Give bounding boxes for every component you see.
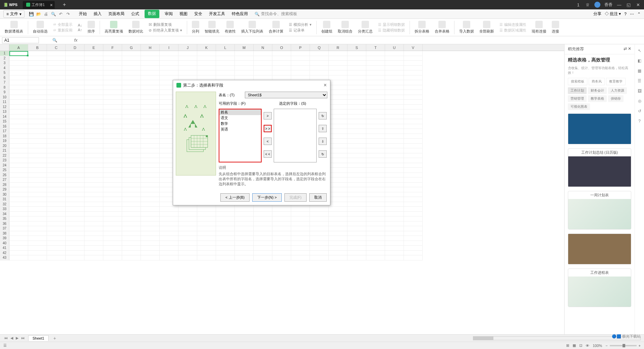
cell[interactable] [9,139,28,144]
cell[interactable] [66,226,85,231]
cell[interactable] [404,66,423,71]
cell[interactable] [66,202,85,207]
cell[interactable] [122,70,141,76]
cell[interactable] [366,109,385,114]
cell[interactable] [122,246,141,251]
cell[interactable] [122,153,141,158]
cell[interactable] [329,158,347,163]
cell[interactable] [310,241,329,246]
cell[interactable] [291,207,310,212]
cell[interactable] [141,212,160,217]
avatar[interactable] [594,2,600,8]
cell[interactable] [366,158,385,163]
cell[interactable] [66,80,85,85]
cell[interactable] [347,187,366,192]
cell[interactable] [141,173,160,178]
cell[interactable] [385,168,404,173]
cell[interactable] [254,246,272,251]
cell[interactable] [47,241,66,246]
cell[interactable] [347,51,366,56]
row-header[interactable]: 29 [0,187,9,192]
row-header[interactable]: 16 [0,124,9,129]
row-header[interactable]: 27 [0,178,9,183]
cell[interactable] [28,76,47,81]
cell[interactable] [216,251,235,256]
cell[interactable] [160,61,178,66]
cell[interactable] [329,85,347,90]
cell[interactable] [385,246,404,251]
cell[interactable] [197,246,216,251]
cell[interactable] [66,212,85,217]
cell[interactable] [47,114,66,119]
cell[interactable] [103,134,122,139]
cell[interactable] [329,153,347,158]
cell[interactable] [122,207,141,212]
cell[interactable] [385,178,404,183]
file-menu[interactable]: ≡ 文件 ▾ [3,10,24,18]
cell[interactable] [216,51,235,56]
dropdown-button[interactable]: 插入下拉列表 [240,21,265,34]
cell[interactable] [310,236,329,241]
cell[interactable] [9,80,28,85]
column-header[interactable]: C [47,44,66,51]
cell[interactable] [9,129,28,134]
cell[interactable] [235,76,254,81]
cell[interactable] [329,105,347,110]
cell[interactable] [122,114,141,119]
cell[interactable] [216,216,235,221]
row-header[interactable]: 22 [0,153,9,158]
tab-review[interactable]: 审阅 [163,10,174,18]
add-sheet-button[interactable]: + [51,336,58,341]
cell[interactable] [385,119,404,124]
undo-icon[interactable]: ↶ [58,11,63,17]
cell[interactable] [85,100,103,105]
cell[interactable] [103,202,122,207]
cell[interactable] [66,178,85,183]
zoom-slider[interactable]: −+ [605,344,641,348]
cell[interactable] [216,226,235,231]
print-icon[interactable]: 🖨 [43,11,49,17]
template-item[interactable]: 一周计划表 [568,191,631,230]
column-header[interactable]: O [272,44,291,51]
cell[interactable] [66,163,85,168]
cell[interactable] [347,90,366,95]
cell[interactable] [329,148,347,153]
move-down-button[interactable]: ⇩ [319,138,327,145]
reject-dups-button[interactable]: ⊘ 拒绝录入重复项 ▾ [149,28,182,33]
cell[interactable] [216,207,235,212]
cell[interactable] [9,76,28,81]
cell[interactable] [66,251,85,256]
cell[interactable] [141,105,160,110]
cell[interactable] [47,61,66,66]
cell[interactable] [47,100,66,105]
cell[interactable] [366,246,385,251]
cell[interactable] [9,187,28,192]
cell[interactable] [122,90,141,95]
cell[interactable] [385,173,404,178]
cell[interactable] [28,207,47,212]
cell[interactable] [197,207,216,212]
cell[interactable] [347,192,366,197]
cell[interactable] [366,144,385,149]
cell[interactable] [103,192,122,197]
cell[interactable] [366,241,385,246]
cell[interactable] [141,216,160,221]
cell[interactable] [404,178,423,183]
cell[interactable] [385,251,404,256]
cell[interactable] [85,129,103,134]
connections-button[interactable]: 连接 [550,21,560,34]
cell[interactable] [272,212,291,217]
cell[interactable] [385,255,404,260]
cell[interactable] [28,216,47,221]
cell[interactable] [329,56,347,61]
badge-icon[interactable]: 1 [576,2,581,7]
cell[interactable] [197,255,216,260]
cell[interactable] [197,70,216,76]
cell[interactable] [291,61,310,66]
cell[interactable] [272,61,291,66]
cell[interactable] [122,85,141,90]
cell[interactable] [404,202,423,207]
cell[interactable] [291,246,310,251]
cell[interactable] [404,207,423,212]
cell[interactable] [9,168,28,173]
